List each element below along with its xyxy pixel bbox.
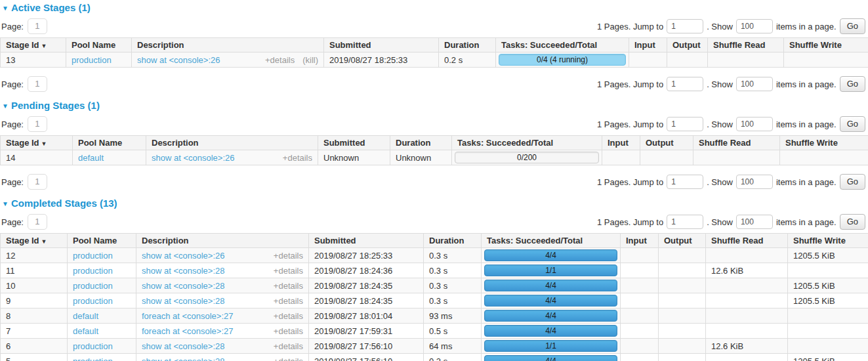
col-tasks[interactable]: Tasks: Succeeded/Total bbox=[496, 38, 629, 53]
items-per-page-input[interactable] bbox=[736, 117, 773, 131]
description-link[interactable]: show at <console>:26 bbox=[152, 153, 234, 163]
collapse-arrow-icon: ▼ bbox=[2, 200, 9, 207]
description-link[interactable]: foreach at <console>:27 bbox=[142, 311, 234, 321]
details-toggle[interactable]: +details bbox=[274, 356, 303, 361]
sort-desc-icon: ▼ bbox=[41, 43, 47, 49]
page-number-button[interactable]: 1 bbox=[28, 174, 47, 190]
items-per-page-input[interactable] bbox=[736, 19, 773, 33]
col-tasks[interactable]: Tasks: Succeeded/Total bbox=[452, 136, 602, 150]
details-toggle[interactable]: +details bbox=[274, 296, 303, 306]
show-label: . Show bbox=[707, 177, 733, 187]
pending-stages-heading[interactable]: ▼Pending Stages (1) bbox=[2, 100, 868, 111]
pool-name-link[interactable]: production bbox=[73, 356, 113, 361]
go-button[interactable]: Go bbox=[840, 18, 865, 34]
duration-cell: Unknown bbox=[390, 150, 452, 165]
details-toggle[interactable]: +details bbox=[274, 326, 303, 336]
go-button[interactable]: Go bbox=[840, 174, 865, 190]
jump-to-page-input[interactable] bbox=[667, 77, 703, 91]
col-output[interactable]: Output bbox=[640, 136, 693, 150]
pending-stages-table: Stage Id▼ Pool Name Description Submitte… bbox=[0, 135, 868, 165]
col-description[interactable]: Description bbox=[146, 136, 318, 150]
pool-name-link[interactable]: production bbox=[72, 55, 112, 65]
pool-name-link[interactable]: default bbox=[73, 311, 98, 321]
col-shuffle-read[interactable]: Shuffle Read bbox=[706, 234, 788, 248]
pool-name-link[interactable]: default bbox=[73, 326, 98, 336]
col-pool-name[interactable]: Pool Name bbox=[66, 38, 132, 53]
go-button[interactable]: Go bbox=[840, 116, 865, 132]
pagination-bar: Page: 1 1 Pages. Jump to . Show items in… bbox=[1, 116, 865, 132]
table-header-row: Stage Id▼ Pool Name Description Submitte… bbox=[1, 136, 868, 150]
pool-name-link[interactable]: production bbox=[73, 251, 113, 261]
go-button[interactable]: Go bbox=[840, 214, 865, 230]
col-output[interactable]: Output bbox=[667, 38, 708, 53]
pagination-bar: Page: 1 1 Pages. Jump to . Show items in… bbox=[1, 18, 865, 34]
duration-cell: 0.3 s bbox=[424, 293, 482, 308]
col-input[interactable]: Input bbox=[621, 234, 659, 248]
col-tasks[interactable]: Tasks: Succeeded/Total bbox=[482, 234, 621, 248]
details-toggle[interactable]: +details bbox=[274, 281, 303, 291]
output-cell bbox=[640, 150, 693, 165]
col-duration[interactable]: Duration bbox=[439, 38, 496, 53]
pool-name-link[interactable]: production bbox=[73, 281, 113, 291]
page-number-button[interactable]: 1 bbox=[28, 116, 47, 132]
items-per-page-input[interactable] bbox=[736, 215, 773, 229]
details-toggle[interactable]: +details bbox=[274, 266, 303, 276]
col-shuffle-write[interactable]: Shuffle Write bbox=[780, 136, 868, 150]
col-submitted[interactable]: Submitted bbox=[318, 136, 390, 150]
col-description[interactable]: Description bbox=[136, 234, 309, 248]
col-duration[interactable]: Duration bbox=[390, 136, 452, 150]
description-link[interactable]: show at <console>:26 bbox=[142, 251, 224, 261]
col-shuffle-write[interactable]: Shuffle Write bbox=[788, 234, 868, 248]
col-input[interactable]: Input bbox=[602, 136, 640, 150]
description-link[interactable]: show at <console>:28 bbox=[142, 356, 224, 361]
pool-name-link[interactable]: production bbox=[73, 266, 113, 276]
description-link[interactable]: foreach at <console>:27 bbox=[142, 326, 234, 336]
items-per-page-label: items in a page. bbox=[776, 119, 837, 129]
details-toggle[interactable]: +details bbox=[265, 55, 295, 65]
input-cell bbox=[602, 150, 640, 165]
page-number-button[interactable]: 1 bbox=[28, 18, 47, 34]
col-shuffle-read[interactable]: Shuffle Read bbox=[708, 38, 784, 53]
details-toggle[interactable]: +details bbox=[274, 251, 303, 261]
shuffle-read-cell bbox=[693, 150, 780, 165]
col-stage-id[interactable]: Stage Id▼ bbox=[1, 38, 66, 53]
description-link[interactable]: show at <console>:26 bbox=[137, 55, 220, 65]
col-stage-id[interactable]: Stage Id▼ bbox=[1, 136, 73, 150]
details-toggle[interactable]: +details bbox=[274, 311, 303, 321]
col-stage-id[interactable]: Stage Id▼ bbox=[1, 234, 68, 248]
col-shuffle-write[interactable]: Shuffle Write bbox=[784, 38, 868, 53]
details-toggle[interactable]: +details bbox=[283, 153, 312, 163]
details-toggle[interactable]: +details bbox=[274, 341, 303, 351]
description-link[interactable]: show at <console>:28 bbox=[142, 266, 224, 276]
jump-to-page-input[interactable] bbox=[667, 175, 703, 189]
active-stages-heading[interactable]: ▼Active Stages (1) bbox=[2, 2, 868, 13]
col-pool-name[interactable]: Pool Name bbox=[68, 234, 136, 248]
completed-stages-heading[interactable]: ▼Completed Stages (13) bbox=[2, 198, 868, 209]
jump-to-page-input[interactable] bbox=[667, 215, 703, 229]
go-button[interactable]: Go bbox=[840, 76, 865, 92]
col-shuffle-read[interactable]: Shuffle Read bbox=[693, 136, 780, 150]
col-submitted[interactable]: Submitted bbox=[324, 38, 439, 53]
pool-name-link[interactable]: production bbox=[73, 296, 113, 306]
table-header-row: Stage Id▼ Pool Name Description Submitte… bbox=[1, 38, 868, 53]
page-number-button[interactable]: 1 bbox=[28, 214, 47, 230]
col-description[interactable]: Description bbox=[132, 38, 324, 53]
pool-name-link[interactable]: default bbox=[78, 153, 104, 163]
items-per-page-input[interactable] bbox=[736, 175, 773, 189]
col-submitted[interactable]: Submitted bbox=[309, 234, 424, 248]
items-per-page-input[interactable] bbox=[736, 77, 773, 91]
description-link[interactable]: show at <console>:28 bbox=[142, 281, 224, 291]
description-link[interactable]: show at <console>:28 bbox=[142, 341, 224, 351]
col-input[interactable]: Input bbox=[629, 38, 667, 53]
description-link[interactable]: show at <console>:28 bbox=[142, 296, 224, 306]
page-number-button[interactable]: 1 bbox=[28, 76, 47, 92]
col-pool-name[interactable]: Pool Name bbox=[73, 136, 146, 150]
jump-to-page-input[interactable] bbox=[667, 19, 703, 33]
submitted-cell: 2019/08/27 18:25:33 bbox=[309, 248, 424, 263]
col-duration[interactable]: Duration bbox=[424, 234, 482, 248]
kill-link[interactable]: (kill) bbox=[302, 55, 318, 65]
pool-name-link[interactable]: production bbox=[73, 341, 113, 351]
submitted-cell: 2019/08/27 18:01:04 bbox=[309, 308, 424, 324]
col-output[interactable]: Output bbox=[659, 234, 706, 248]
jump-to-page-input[interactable] bbox=[667, 117, 703, 131]
